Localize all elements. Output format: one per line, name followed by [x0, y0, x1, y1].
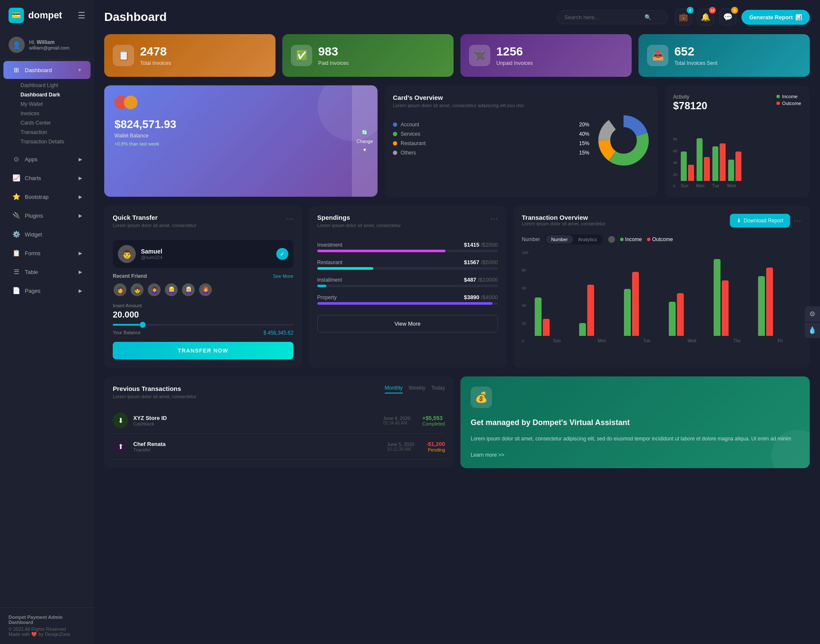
spending-label: Property — [317, 294, 337, 300]
income-legend: Income — [776, 94, 801, 99]
spending-total: /$2000 — [479, 242, 498, 248]
chevron-right-icon: ▶ — [79, 251, 82, 256]
search-input[interactable] — [564, 14, 641, 20]
chat-button[interactable]: 💬 5 — [719, 9, 736, 26]
change-button[interactable]: 🔄 Change ▼ — [352, 85, 378, 197]
quick-transfer-title: Quick Transfer — [113, 214, 196, 221]
outcome-bar — [722, 280, 729, 336]
income-bar — [535, 297, 542, 336]
sidebar-sub-transaction-details[interactable]: Transaction Details — [0, 137, 94, 146]
sidebar-sub-dashboard-light[interactable]: Dashboard Light — [0, 81, 94, 90]
learn-more-link[interactable]: Learn more >> — [471, 452, 800, 458]
settings-float-button[interactable]: ⚙ — [805, 306, 820, 322]
water-float-button[interactable]: 💧 — [805, 323, 820, 338]
bell-button[interactable]: 🔔 12 — [697, 9, 714, 26]
txn-bar-group-thu — [714, 259, 757, 336]
sidebar-item-forms[interactable]: 📋 Forms ▶ — [3, 244, 91, 262]
sidebar-item-table[interactable]: ☰ Table ▶ — [3, 263, 91, 281]
sidebar-item-label: Forms — [25, 250, 74, 256]
sidebar-item-pages[interactable]: 📄 Pages ▶ — [3, 282, 91, 300]
card-header: Quick Transfer Lorem ipsum dolor sit ame… — [113, 214, 293, 235]
friend-avatar[interactable]: 👩‍🦰 — [198, 283, 213, 297]
legend: Account 20% Services 40% Restaurant 15% — [393, 122, 589, 159]
wallet-change: +0.8% than last week — [114, 141, 367, 146]
progress-fill — [317, 285, 326, 287]
income-bar — [579, 323, 586, 336]
row2: $824,571.93 Wallet Balance +0.8% than la… — [104, 85, 810, 197]
sidebar-item-charts[interactable]: 📈 Charts ▶ — [3, 169, 91, 187]
progress-bar — [317, 302, 498, 305]
txn-amount-group: +$5,553 Completed — [422, 415, 445, 426]
more-options-icon[interactable]: ⋯ — [794, 216, 801, 225]
sidebar-sub-dashboard-dark[interactable]: Dashboard Dark — [0, 90, 94, 99]
briefcase-button[interactable]: 💼 2 — [675, 9, 692, 26]
toggle-number[interactable]: Number — [546, 235, 573, 244]
chevron-right-icon: ▶ — [79, 213, 82, 219]
hamburger-icon[interactable]: ☰ — [78, 10, 85, 20]
page-title: Dashboard — [104, 10, 550, 24]
generate-report-button[interactable]: Generate Report 📊 — [741, 10, 810, 25]
see-more-link[interactable]: See More — [273, 274, 293, 279]
check-icon: ✅ — [291, 45, 312, 66]
progress-bar — [317, 285, 498, 287]
friend-avatar[interactable]: 👩‍🦳 — [181, 283, 196, 297]
download-report-button[interactable]: ⬇ Download Report — [730, 214, 790, 227]
outcome-bar — [543, 319, 550, 336]
slider-thumb — [140, 322, 146, 328]
view-more-button[interactable]: View More — [317, 315, 498, 332]
sidebar-sub-transaction[interactable]: Transaction — [0, 128, 94, 137]
txn-header: Transaction Overview Lorem ipsum dolor s… — [522, 214, 801, 227]
txn-filters: Number Number Analytics Income Outcome — [522, 234, 801, 245]
floating-buttons: ⚙ 💧 — [805, 306, 820, 338]
recent-friends-label: Recent Friend — [113, 273, 147, 279]
sidebar-footer: Dompet Payment Admin Dashboard © 2021 Al… — [0, 607, 94, 644]
spending-header: Installment $487 /$10000 — [317, 277, 498, 283]
send-icon: 📤 — [647, 45, 668, 66]
txn-chart — [522, 251, 801, 336]
income-bar — [624, 289, 631, 336]
outcome-bar — [677, 293, 684, 336]
outcome-dot — [647, 238, 650, 241]
friend-avatar[interactable]: 👩 — [113, 283, 127, 297]
more-options-icon[interactable]: ⋯ — [490, 214, 498, 223]
sidebar-sub-my-wallet[interactable]: My Wallet — [0, 99, 94, 109]
friend-avatar[interactable]: 👱‍♀️ — [164, 283, 179, 297]
txn-desc: Lorem ipsum dolor sit amet, consectetur — [522, 221, 606, 226]
x-labels: Sun Mon Tue Wed — [681, 184, 801, 188]
spending-values: $487 /$10000 — [464, 277, 498, 283]
transfer-now-button[interactable]: TRANSFER NOW — [113, 342, 293, 359]
tab-weekly[interactable]: Weekly — [409, 385, 425, 393]
prev-txn-title: Previous Transactions — [113, 385, 196, 392]
amount-slider[interactable] — [113, 324, 293, 326]
toggle-analytics[interactable]: Analytics — [573, 235, 602, 244]
amount-label: Insert Amount — [113, 303, 293, 308]
progress-bar — [317, 250, 498, 252]
stat-label: Total Invoices Sent — [674, 60, 718, 66]
sidebar-item-apps[interactable]: ⊙ Apps ▶ — [3, 150, 91, 168]
tab-today[interactable]: Today — [431, 385, 445, 393]
stat-card-paid-invoices: ✅ 983 Paid Invoices — [282, 34, 454, 77]
txn-x-labels: Sun Mon Tue Wed Thu Fri — [522, 338, 801, 343]
income-bar — [681, 152, 687, 181]
sidebar-item-plugins[interactable]: 🔌 Plugins ▶ — [3, 207, 91, 224]
sidebar-item-dashboard[interactable]: ⊞ Dashboard ▼ — [3, 61, 91, 79]
sidebar-sub-cards-center[interactable]: Cards Center — [0, 118, 94, 128]
amount-row: Insert Amount 20.000 — [113, 303, 293, 320]
spending-item-property: Property $3890 /$4000 — [317, 294, 498, 305]
more-options-icon[interactable]: ⋯ — [286, 214, 293, 223]
legend-label: Restaurant — [401, 140, 426, 146]
tab-monthly[interactable]: Monthly — [385, 385, 403, 393]
analytics-toggle[interactable] — [608, 236, 615, 243]
bar-chart — [681, 121, 801, 181]
person-handle: @sum224 — [141, 255, 162, 260]
txn-bar-group-mon — [579, 285, 622, 336]
plugins-icon: 🔌 — [12, 211, 20, 220]
sidebar-sub-invoices[interactable]: Invoices — [0, 109, 94, 118]
friend-avatar[interactable]: 👩‍🦱 — [147, 283, 161, 297]
friend-avatar[interactable]: 👧 — [130, 283, 144, 297]
txn-header-actions: ⬇ Download Report ⋯ — [730, 214, 801, 227]
legend-dot — [393, 151, 397, 155]
transaction-overview-card: Transaction Overview Lorem ipsum dolor s… — [513, 205, 810, 368]
sidebar-item-bootstrap[interactable]: ⭐ Bootstrap ▶ — [3, 188, 91, 206]
sidebar-item-widget[interactable]: ⚙️ Widget — [3, 225, 91, 243]
